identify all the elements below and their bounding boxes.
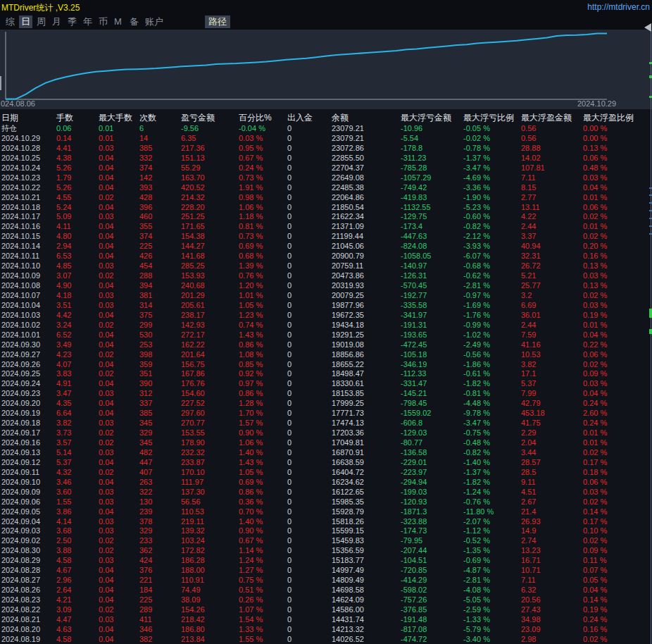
table-cell: 2.44 (521, 222, 536, 232)
table-cell: 2024.10.08 (1, 281, 40, 291)
table-cell: 1.27 % (239, 566, 263, 576)
table-row[interactable]: 2024.10.164.110.04355171.650.81 %021371.… (0, 222, 652, 232)
app-url-link[interactable]: http://mtdriver.cn (587, 2, 650, 12)
table-cell: 0 (287, 615, 291, 625)
table-cell: 0.02 % (583, 497, 607, 507)
table-cell: 41.75 (521, 419, 541, 428)
table-row[interactable]: 2024.10.116.530.04426141.680.68 %020900.… (0, 252, 652, 261)
table-cell: 19019.08 (332, 340, 364, 350)
menu-item-3[interactable]: 周 (35, 16, 48, 28)
menu-item-7[interactable]: 币 (96, 16, 110, 28)
menu-item-1[interactable]: 综 (4, 16, 17, 28)
table-row[interactable]: 2024.09.103.460.04263111.970.69 %016234.… (0, 478, 652, 488)
table-row[interactable]: 2024.10.231.790.04142163.700.73 %022649.… (0, 173, 652, 183)
table-row[interactable]: 2024.08.214.470.03411218.421.54 %014431.… (0, 615, 652, 625)
table-row[interactable]: 2024.08.303.880.02362172.821.14 %015356.… (0, 546, 652, 556)
table-row[interactable]: 2024.09.125.370.04447233.871.43 %016638.… (0, 458, 652, 468)
table-row[interactable]: 2024.09.204.350.04337227.521.28 %017999.… (0, 399, 652, 409)
table-row[interactable]: 2024.10.074.180.03381201.291.01 %020079.… (0, 291, 652, 301)
table-row[interactable]: 2024.10.290.140.01146.350.03 %023079.21-… (0, 134, 652, 144)
table-row[interactable]: 2024.09.163.570.02345178.901.06 %017049.… (0, 438, 652, 448)
menu-item-8[interactable]: M (112, 16, 124, 28)
table-cell: 0 (287, 526, 291, 536)
table-cell: -720.85 (401, 566, 427, 576)
table-cell: 0.04 (99, 203, 113, 213)
table-row[interactable]: 2024.08.262.640.0418474.490.51 %014698.5… (0, 586, 652, 595)
table-cell: 0.03 (99, 517, 113, 527)
table-row[interactable]: 2024.09.033.680.03329139.320.90 %015599.… (0, 526, 652, 536)
menu-item-2[interactable]: 日 (19, 16, 32, 28)
table-cell: 1.24 % (239, 556, 263, 566)
table-row[interactable]: 2024.10.034.420.04375238.171.23 %019672.… (0, 311, 652, 321)
table-row[interactable]: 2024.10.214.550.02428214.320.98 %022064.… (0, 193, 652, 203)
table-row[interactable]: 2024.10.175.090.03460251.251.18 %021622.… (0, 212, 652, 222)
table-row[interactable]: 2024.09.093.600.03322137.300.86 %016122.… (0, 488, 652, 497)
table-row[interactable]: 2024.09.114.320.02407170.101.05 %016404.… (0, 468, 652, 478)
scroll-arrow-icon[interactable] (644, 23, 651, 32)
table-cell: 0.26 % (239, 595, 263, 605)
table-row[interactable]: 2024.09.233.470.03312154.600.86 %018153.… (0, 389, 652, 399)
table-cell: 14026.52 (332, 635, 364, 644)
table-row[interactable]: 2024.10.023.240.02299142.930.74 %019434.… (0, 321, 652, 330)
table-row[interactable]: 2024.09.244.910.04390176.760.97 %018330.… (0, 379, 652, 389)
table-cell: 0.04 (99, 330, 113, 340)
table-cell: 0 (287, 212, 291, 222)
table-row[interactable]: 2024.10.225.260.04393420.521.91 %022485.… (0, 183, 652, 193)
table-row[interactable]: 2024.08.272.960.04221110.910.75 %014809.… (0, 576, 652, 586)
table-row[interactable]: 2024.10.185.240.04396228.201.06 %021850.… (0, 203, 652, 213)
table-row[interactable]: 2024.08.223.090.02289154.261.07 %014586.… (0, 605, 652, 615)
table-row[interactable]: 2024.10.254.380.04332151.130.67 %022855.… (0, 154, 652, 163)
table-cell: 0.14 % (583, 507, 607, 517)
table-row[interactable]: 2024.09.264.070.04359156.750.85 %018655.… (0, 360, 652, 370)
column-header-10: 最大浮亏比例 (463, 112, 514, 124)
table-cell: -472.45 (401, 340, 427, 350)
table-row[interactable]: 2024.08.204.630.04346186.801.33 %014213.… (0, 625, 652, 635)
table-row[interactable]: 2024.09.196.640.04385297.601.70 %017771.… (0, 409, 652, 419)
table-row[interactable]: 2024.08.194.580.04382213.841.55 %014026.… (0, 635, 652, 644)
table-cell: 2024.09.24 (1, 379, 40, 389)
menu-item-6[interactable]: 年 (81, 16, 94, 28)
menu-item-10[interactable]: 账户 (143, 16, 165, 28)
open-position-row[interactable]: 持仓0.060.016-9.56-0.04 %023079.21-10.96-0… (0, 124, 652, 134)
path-button[interactable]: 路径 (205, 16, 230, 28)
table-row[interactable]: 2024.10.093.070.02288153.930.76 %020473.… (0, 271, 652, 281)
table-cell: 0.02 % (583, 536, 607, 546)
table-cell: 0.06 (56, 124, 71, 134)
table-cell: 0 (287, 321, 291, 330)
table-cell: 14 (139, 134, 148, 144)
table-cell: 15183.77 (332, 556, 364, 566)
table-cell: 0.17 % (583, 517, 607, 527)
table-row[interactable]: 2024.09.303.490.04253162.220.86 %019019.… (0, 340, 652, 350)
table-row[interactable]: 2024.09.022.500.02233103.240.67 %015459.… (0, 536, 652, 546)
table-cell: 0.90 % (239, 526, 263, 536)
column-header-11: 最大浮盈金额 (521, 112, 572, 124)
table-row[interactable]: 2024.10.016.520.04530272.171.43 %019291.… (0, 330, 652, 340)
table-row[interactable]: 2024.08.284.670.04376188.001.27 %014997.… (0, 566, 652, 576)
table-cell: 0 (287, 635, 291, 644)
table-row[interactable]: 2024.10.084.900.04394240.681.20 %020319.… (0, 281, 652, 291)
table-row[interactable]: 2024.09.173.730.02329153.550.90 %017203.… (0, 428, 652, 438)
table-row[interactable]: 2024.08.294.580.03424186.281.24 %015183.… (0, 556, 652, 566)
table-row[interactable]: 2024.09.253.830.02351167.860.92 %018498.… (0, 369, 652, 379)
menu-item-5[interactable]: 季 (65, 16, 79, 28)
table-row[interactable]: 2024.09.053.860.04239110.530.70 %015928.… (0, 507, 652, 517)
table-cell: 2024.09.04 (1, 517, 40, 527)
table-cell: 201.29 (181, 291, 205, 301)
table-row[interactable]: 2024.10.104.850.03454285.251.39 %020759.… (0, 261, 652, 271)
table-row[interactable]: 2024.09.274.230.02398201.641.08 %018856.… (0, 350, 652, 360)
menu-item-4[interactable]: 月 (50, 16, 63, 28)
table-row[interactable]: 2024.10.043.510.03314205.611.05 %019877.… (0, 301, 652, 311)
table-cell: 3.88 (56, 546, 71, 556)
table-row[interactable]: 2024.10.245.260.0437455.290.24 %022704.3… (0, 163, 652, 173)
menu-item-9[interactable]: 备 (127, 16, 141, 28)
table-row[interactable]: 2024.10.142.940.04225144.270.69 %021045.… (0, 242, 652, 252)
table-row[interactable]: 2024.09.061.550.0313056.560.36 %015985.3… (0, 497, 652, 507)
table-row[interactable]: 2024.08.234.210.0422538.090.26 %014624.0… (0, 595, 652, 605)
table-row[interactable]: 2024.10.284.410.03385217.360.95 %023072.… (0, 144, 652, 154)
table-row[interactable]: 2024.09.135.140.03482232.321.40 %016870.… (0, 448, 652, 458)
table-row[interactable]: 2024.09.044.140.03378219.111.40 %015818.… (0, 517, 652, 527)
table-row[interactable]: 2024.10.154.800.04374154.380.73 %021199.… (0, 232, 652, 242)
table-cell: 21622.34 (332, 212, 364, 222)
table-row[interactable]: 2024.09.183.820.03345270.771.57 %017474.… (0, 419, 652, 428)
table-cell: 34.98 (521, 615, 541, 625)
